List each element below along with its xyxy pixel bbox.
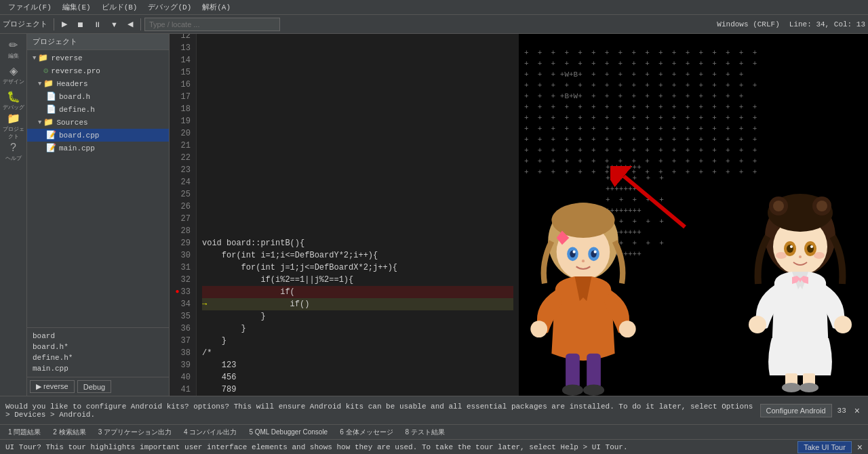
line-num-25: 25	[175, 188, 191, 201]
tree-item-main-cpp[interactable]: 📝 main.cpp	[27, 142, 169, 154]
code-line-29: void board::printB(){	[202, 237, 513, 249]
code-editor: 1234567891011121314151617181920212223242…	[170, 34, 519, 396]
take-ui-tour-button[interactable]: Take UI Tour	[797, 441, 852, 453]
code-line-40: 456	[202, 371, 513, 384]
tour-bar: UI Tour? This tour highlights important …	[0, 439, 868, 454]
menu-item-debug[interactable]: デバッグ(D)	[142, 1, 197, 14]
file-list-item-board[interactable]: board	[30, 331, 166, 342]
line-num-24: 24	[175, 176, 191, 188]
toolbar-run-btn[interactable]: ▶	[58, 17, 71, 32]
tree-label-sources: Sources	[56, 119, 87, 127]
svg-point-25	[773, 201, 784, 211]
menu-item-build[interactable]: ビルド(B)	[96, 1, 143, 14]
sidebar-icon-design[interactable]: ◈ デザイン	[1, 62, 26, 87]
code-line-35: }	[202, 310, 513, 323]
code-lines[interactable]: void board::printB(){ for(int i=1;i<=Def…	[197, 34, 519, 396]
project-panel-header: プロジェクト	[27, 34, 169, 50]
sidebar-icon-debug[interactable]: 🐛 デバッグ	[1, 88, 26, 112]
tree-item-reverse-pro[interactable]: ⚙ reverse.pro	[27, 64, 169, 77]
panel-debug-buttons: ▶ reverse Debug	[27, 377, 169, 396]
svg-point-44	[782, 383, 801, 392]
svg-point-11	[582, 260, 585, 262]
toolbar-step-btn[interactable]: ▼	[106, 17, 122, 32]
svg-point-13	[530, 321, 547, 337]
tour-text: UI Tour? This tour highlights important …	[5, 443, 792, 451]
svg-point-32	[810, 245, 813, 248]
file-list-item-board-h[interactable]: board.h*	[30, 342, 166, 352]
preview-area: + + + + + + + + + + + + + + + + + + + + …	[519, 34, 868, 396]
tree-item-sources[interactable]: ▼ 📁 Sources	[27, 116, 169, 129]
menu-item-edit[interactable]: 編集(E)	[57, 1, 96, 14]
code-line-33: if(	[202, 286, 513, 298]
toolbar-separator-1	[54, 18, 54, 30]
line-num-14: 14	[175, 54, 191, 66]
menu-item-file[interactable]: ファイル(F)	[3, 1, 57, 14]
menu-item-analyze[interactable]: 解析(A)	[197, 1, 236, 14]
design-icon: ◈	[9, 64, 18, 77]
run-button[interactable]: ▶ reverse	[30, 380, 75, 393]
file-icon-board-cpp: 📝	[46, 130, 56, 140]
notification-bar: Would you like to configure Android kits…	[0, 396, 868, 424]
tab-qml-debug[interactable]: 5 QML Debugger Console	[243, 427, 333, 437]
line-num-13: 13	[175, 42, 191, 54]
code-line-21	[202, 140, 513, 152]
toolbar-stop-btn[interactable]: ⏹	[73, 17, 88, 32]
tab-app-output[interactable]: 3 アプリケーション出力	[93, 426, 177, 438]
tree-item-board-h[interactable]: 📄 board.h	[27, 90, 169, 103]
svg-point-34	[814, 252, 825, 259]
tab-issues[interactable]: 1 問題結果	[3, 426, 46, 438]
code-line-18	[202, 103, 513, 115]
project-panel: プロジェクト ▼ 📁 reverse ⚙ reverse.pro ▼ 📁 Hea…	[27, 34, 170, 396]
file-list-item-main-cpp[interactable]: main.cpp	[30, 363, 166, 374]
line-num-41: 41	[175, 384, 191, 396]
notification-number: 33	[837, 407, 846, 415]
file-list-item-define-h[interactable]: define.h*	[30, 352, 166, 363]
tree-item-define-h[interactable]: 📄 define.h	[27, 103, 169, 116]
tree-label-reverse-pro: reverse.pro	[51, 67, 100, 75]
debug-button[interactable]: Debug	[77, 380, 111, 393]
code-line-20	[202, 127, 513, 140]
line-num-32: 32	[175, 274, 191, 286]
toolbar-pause-btn[interactable]: ⏸	[90, 17, 105, 32]
tree-item-headers[interactable]: ▼ 📁 Headers	[27, 77, 169, 90]
sidebar-icon-edit[interactable]: ✏ 編集	[1, 37, 26, 61]
tab-test-results[interactable]: 8 テスト結果	[400, 426, 450, 438]
tab-search-results[interactable]: 2 検索結果	[47, 426, 91, 438]
code-line-19	[202, 115, 513, 127]
tour-close-button[interactable]: ×	[857, 442, 863, 453]
line-num-29: 29	[175, 237, 191, 249]
tab-general-msg[interactable]: 6 全体メッセージ	[334, 426, 398, 438]
code-line-13	[202, 42, 513, 54]
notification-text: Would you like to configure Android kits…	[5, 403, 755, 419]
code-line-34: → if()	[202, 298, 513, 310]
code-line-17	[202, 91, 513, 103]
file-list-section: board board.h* define.h* main.cpp	[27, 327, 169, 377]
svg-point-30	[807, 245, 814, 253]
code-line-30: for(int i=1;i<=DefBoardY*2;i++){	[202, 249, 513, 262]
toolbar-back-btn[interactable]: ◀	[123, 17, 137, 32]
sidebar-project-label: プロジェクト	[1, 125, 26, 140]
svg-rect-42	[785, 373, 797, 387]
svg-point-33	[776, 252, 787, 259]
tree-label-main-cpp: main.cpp	[59, 144, 95, 152]
line-num-34: 34	[175, 298, 191, 310]
tab-compile-output[interactable]: 4 コンパイル出力	[178, 426, 242, 438]
svg-point-45	[800, 383, 818, 392]
svg-marker-19	[557, 231, 570, 245]
tree-item-reverse[interactable]: ▼ 📁 reverse	[27, 51, 169, 64]
tree-item-board-cpp[interactable]: 📝 board.cpp	[27, 129, 169, 142]
line-num-39: 39	[175, 359, 191, 371]
svg-point-10	[594, 251, 597, 253]
line-num-23: 23	[175, 164, 191, 176]
svg-rect-12	[575, 276, 592, 291]
sidebar-icon-help[interactable]: ? ヘルプ	[1, 140, 26, 164]
menu-bar: ファイル(F) 編集(E) ビルド(B) デバッグ(D) 解析(A)	[0, 0, 868, 15]
tree-label-board-h: board.h	[59, 93, 90, 101]
notification-close-button[interactable]: ×	[852, 405, 863, 416]
svg-point-41	[834, 316, 852, 333]
configure-android-button[interactable]: Configure Android	[760, 404, 832, 417]
sidebar-icon-project[interactable]: 📁 プロジェクト	[1, 114, 26, 138]
sidebar-icons: ✏ 編集 ◈ デザイン 🐛 デバッグ 📁 プロジェクト ? ヘルプ	[0, 34, 27, 396]
search-input[interactable]	[144, 18, 280, 31]
project-tree: ▼ 📁 reverse ⚙ reverse.pro ▼ 📁 Headers 📄	[27, 50, 169, 327]
